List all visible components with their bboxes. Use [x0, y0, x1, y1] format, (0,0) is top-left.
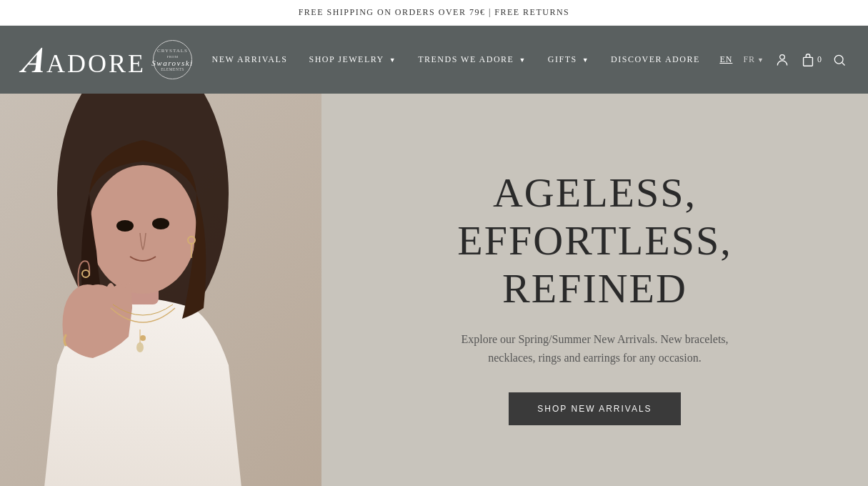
search-icon[interactable]: [832, 53, 847, 67]
svg-rect-1: [804, 57, 813, 66]
hero-subtext: Explore our Spring/Summer New Arrivals. …: [445, 330, 745, 367]
svg-point-0: [780, 54, 785, 59]
svg-point-9: [152, 218, 169, 229]
shop-new-arrivals-button[interactable]: SHOP NEW ARRIVALS: [509, 392, 680, 425]
nav-discover-adore[interactable]: DISCOVER ADORE: [611, 54, 700, 65]
account-icon[interactable]: [775, 53, 789, 67]
logo-area[interactable]: 𝑨ADORE CRYSTALS FROM Swarovski ELEMENTS: [21, 40, 192, 79]
nav-shop-jewelry[interactable]: SHOP JEWELRY ▼: [309, 54, 396, 65]
nav-trends-we-adore[interactable]: TRENDS WE ADORE ▼: [418, 54, 527, 65]
badge-line3: ELEMENTS: [161, 67, 184, 71]
hero-model-figure: [0, 94, 321, 486]
logo-badge: CRYSTALS FROM Swarovski ELEMENTS: [153, 40, 192, 79]
announcement-bar: FREE SHIPPING ON ORDERS OVER 79€ | FREE …: [0, 0, 868, 26]
header-icons: EN FR ▼ 0: [719, 52, 847, 68]
main-nav: NEW ARRIVALS SHOP JEWELRY ▼ TRENDS WE AD…: [212, 54, 700, 65]
svg-point-7: [89, 165, 196, 294]
lang-fr-button[interactable]: FR ▼: [743, 54, 764, 65]
svg-line-3: [842, 62, 845, 65]
svg-point-2: [834, 55, 843, 64]
announcement-text: FREE SHIPPING ON ORDERS OVER 79€ | FREE …: [299, 7, 570, 17]
hero-headline: AGELESS, EFFORTLESS, REFINED: [364, 169, 825, 312]
lang-chevron-icon: ▼: [757, 56, 764, 64]
nav-gifts[interactable]: GIFTS ▼: [548, 54, 589, 65]
shop-jewelry-chevron-icon: ▼: [389, 56, 396, 64]
logo-text: 𝑨ADORE: [21, 42, 146, 78]
svg-point-13: [136, 342, 144, 352]
hero-content: AGELESS, EFFORTLESS, REFINED Explore our…: [321, 141, 868, 453]
header: 𝑨ADORE CRYSTALS FROM Swarovski ELEMENTS …: [0, 26, 868, 94]
cart-count: 0: [817, 54, 822, 65]
trends-chevron-icon: ▼: [519, 56, 526, 64]
nav-new-arrivals[interactable]: NEW ARRIVALS: [212, 54, 288, 65]
badge-brand: Swarovski: [151, 59, 193, 67]
gifts-chevron-icon: ▼: [582, 56, 589, 64]
svg-point-11: [140, 335, 146, 341]
cart-icon[interactable]: 0: [800, 52, 822, 68]
hero-section: AGELESS, EFFORTLESS, REFINED Explore our…: [0, 94, 868, 486]
hero-image: [0, 94, 321, 486]
svg-point-8: [116, 220, 134, 232]
badge-line1: CRYSTALS: [157, 48, 188, 54]
lang-en-button[interactable]: EN: [719, 54, 732, 65]
